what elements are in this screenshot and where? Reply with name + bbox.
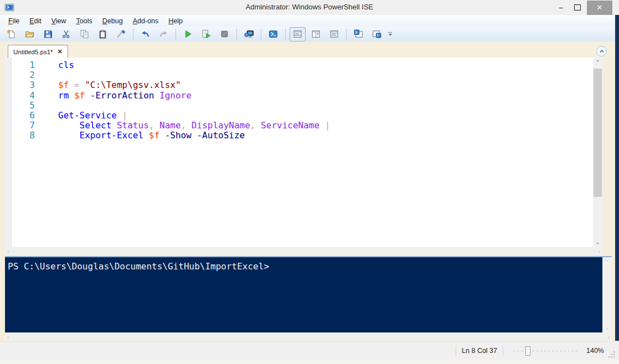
window-bottom-edge [0,360,619,364]
status-bar: Ln 8 Col 37 140% [0,341,619,360]
close-button[interactable]: ✕ [587,1,612,15]
toolbar-separator [176,29,176,40]
code-line[interactable]: 8 Export-Excel $f -Show -AutoSize [12,131,593,141]
cut-button[interactable] [58,27,74,41]
layout-right-icon [311,29,321,39]
code-line[interactable]: 3$f = "C:\Temp\gsv.xlsx" [12,80,593,90]
show-script-pane-right-button[interactable] [308,27,324,41]
code-line[interactable]: 4rm $f -ErrorAction Ignore [12,91,593,101]
menu-add-ons[interactable]: Add-ons [128,16,164,26]
editor-horizontal-scrollbar[interactable]: ‹ › [5,247,602,255]
line-number: 4 [12,91,43,101]
console-pane: PS C:\Users\Douglas\Documents\GitHub\Imp… [5,256,612,332]
line-number: 7 [12,121,43,131]
window-frame-edge [615,15,619,341]
new-remote-powershell-tab-button[interactable] [241,27,257,41]
code-line[interactable]: 1cls [12,60,593,70]
collapse-script-pane-button[interactable] [596,46,607,56]
code-text: Export-Excel $f -Show -AutoSize [43,131,245,141]
zoom-slider-track [513,351,579,351]
scroll-down-icon[interactable]: ⌄ [593,237,602,247]
toolbar-separator [346,29,347,40]
run-script-button[interactable] [180,27,196,41]
menu-edit[interactable]: Edit [24,16,47,26]
line-number: 6 [12,111,43,121]
code-area[interactable]: 1cls23$f = "C:\Temp\gsv.xlsx"4rm $f -Err… [12,58,593,247]
chevron-down-icon [389,34,392,36]
window-title: Administrator: Windows PowerShell ISE [0,3,619,11]
pstab-new-icon [354,29,363,39]
code-line[interactable]: 7 Select Status, Name, DisplayName, Serv… [12,121,593,131]
run-selection-icon [202,29,211,39]
open-script-button[interactable] [22,27,38,41]
scroll-down-icon[interactable]: ⌄ [602,323,612,332]
stop-icon [220,29,229,39]
code-text [43,101,58,111]
menu-debug[interactable]: Debug [97,16,128,26]
scroll-right-icon[interactable]: › [607,334,610,340]
menu-help[interactable]: Help [163,16,188,26]
layout-max-icon [329,29,339,39]
redo-button [156,27,172,41]
zoom-slider-thumb[interactable] [525,346,530,356]
new-powershell-tab-button[interactable] [350,27,367,41]
line-number: 5 [12,101,43,111]
code-line[interactable]: 6Get-Service | [12,111,593,121]
copy-button[interactable] [76,27,92,41]
maximize-icon [574,4,581,11]
tab-label: Untitled5.ps1* [13,49,53,55]
paste-button[interactable] [95,27,111,41]
maximize-button[interactable] [569,1,586,15]
pstab-window-icon [372,29,381,39]
code-text: Select Status, Name, DisplayName, Servic… [43,121,330,131]
save-button[interactable] [40,27,56,41]
editor-scrollbar-thumb[interactable] [594,69,602,197]
scroll-left-icon[interactable]: ‹ [7,248,9,254]
line-number: 8 [12,131,43,141]
start-powershell-button[interactable] [265,27,281,41]
start-powershell-icon [269,29,278,39]
scroll-up-icon[interactable]: ⌃ [602,257,612,267]
show-script-pane-maximized-button[interactable] [326,27,342,41]
undo-button[interactable] [137,27,153,41]
clear-console-button[interactable] [113,27,129,41]
cursor-position: Ln 8 Col 37 [462,347,497,355]
title-bar: Administrator: Windows PowerShell ISE – … [0,0,619,15]
toolbar [0,27,619,41]
code-line[interactable]: 2 [12,70,593,80]
resize-grip[interactable] [608,351,616,358]
scroll-right-icon[interactable]: › [598,248,600,254]
minimize-button[interactable]: – [553,1,569,15]
layout-top-icon [293,29,302,39]
show-script-pane-top-button[interactable] [290,27,306,41]
menu-tools[interactable]: Tools [71,16,97,26]
code-text: Get-Service | [43,111,127,121]
copy-icon [80,29,89,39]
clear-console-icon [116,29,126,39]
console-horizontal-scrollbar[interactable]: ‹ › [5,332,612,341]
zoom-slider[interactable] [513,346,579,356]
menu-file[interactable]: File [3,16,24,26]
tab-close-icon[interactable]: ✕ [58,49,63,55]
editor-vertical-scrollbar[interactable]: ⌃ ⌄ [593,58,602,247]
console-input-area[interactable]: PS C:\Users\Douglas\Documents\GitHub\Imp… [5,257,602,332]
menu-view[interactable]: View [47,16,71,26]
show-command-window-button[interactable] [369,27,385,41]
new-script-button[interactable] [3,27,19,41]
code-line[interactable]: 5 [12,101,593,111]
menu-bar: FileEditViewToolsDebugAdd-onsHelp [0,15,619,27]
breakpoint-margin[interactable] [5,58,12,247]
scroll-left-icon[interactable]: ‹ [7,334,9,340]
toolbar-separator [236,29,237,40]
run-selection-button[interactable] [198,27,214,41]
script-editor[interactable]: 1cls23$f = "C:\Temp\gsv.xlsx"4rm $f -Err… [5,58,602,247]
run-icon [183,29,193,39]
save-icon [43,29,53,39]
scroll-up-icon[interactable]: ⌃ [593,58,602,67]
console-vertical-scrollbar[interactable]: ⌃ ⌄ [602,257,612,332]
overflow-bar-icon [388,32,392,33]
tab-untitled5[interactable]: Untitled5.ps1* ✕ [8,45,68,58]
toolbar-overflow-button[interactable] [388,32,392,37]
code-text [43,70,58,80]
code-text: cls [43,60,74,70]
